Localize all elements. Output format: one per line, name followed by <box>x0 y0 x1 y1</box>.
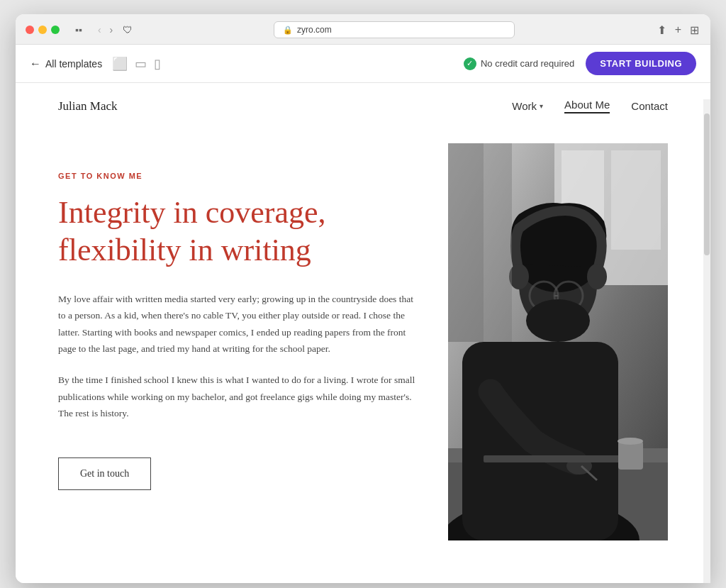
address-bar-container: 🔒 zyro.com <box>140 21 648 38</box>
close-button[interactable] <box>26 26 34 34</box>
all-templates-link[interactable]: ← All templates <box>30 57 102 70</box>
scrollbar[interactable] <box>703 99 710 583</box>
content-right <box>448 143 668 540</box>
content-left: GET TO KNOW ME Integrity in coverage, fl… <box>58 143 420 540</box>
headline-line1: Integrity in coverage, <box>58 195 326 230</box>
window-controls: ▪▪ <box>72 23 85 37</box>
back-arrow-icon[interactable]: ‹ <box>95 23 104 37</box>
url-text: zyro.com <box>297 25 332 35</box>
body-paragraph-2: By the time I finished school I knew thi… <box>58 372 420 422</box>
nav-arrows: ‹ › <box>95 23 116 37</box>
mobile-icon[interactable]: ▯ <box>154 56 161 72</box>
grid-icon[interactable]: ⊞ <box>688 22 700 38</box>
start-building-button[interactable]: START BUILDING <box>586 52 696 75</box>
minimize-button[interactable] <box>38 26 47 34</box>
profile-photo <box>448 143 668 540</box>
traffic-lights <box>26 26 60 34</box>
share-icon[interactable]: ⬆ <box>656 22 668 38</box>
sidebar-toggle-icon[interactable]: ▪▪ <box>72 23 85 37</box>
browser-window: ▪▪ ‹ › 🛡 🔒 zyro.com <box>16 14 710 583</box>
browser-chrome: ▪▪ ‹ › 🛡 🔒 zyro.com <box>16 14 710 45</box>
svg-rect-19 <box>618 441 643 470</box>
website-preview: Julian Mack Work ▾ About Me Contact <box>16 83 710 583</box>
nav-item-contact[interactable]: Contact <box>631 100 668 112</box>
new-tab-icon[interactable]: + <box>674 22 683 38</box>
headline: Integrity in coverage, flexibility in wr… <box>58 194 420 270</box>
tablet-icon[interactable]: ▭ <box>135 56 147 72</box>
work-dropdown-icon: ▾ <box>540 102 543 110</box>
check-icon: ✓ <box>464 57 476 70</box>
section-label: GET TO KNOW ME <box>58 172 420 180</box>
toolbar-right: ✓ No credit card required START BUILDING <box>464 52 696 75</box>
svg-rect-18 <box>484 455 625 462</box>
main-content: GET TO KNOW ME Integrity in coverage, fl… <box>16 129 710 583</box>
svg-point-10 <box>509 264 529 289</box>
photo-svg <box>448 143 668 540</box>
body-paragraph-1: My love affair with written media starte… <box>58 291 420 358</box>
all-templates-label: All templates <box>45 58 102 70</box>
security-icon: 🛡 <box>123 24 133 35</box>
about-label: About Me <box>564 99 610 111</box>
scrollbar-thumb[interactable] <box>704 113 710 255</box>
site-nav: Julian Mack Work ▾ About Me Contact <box>16 83 710 129</box>
no-credit-card-badge: ✓ No credit card required <box>464 57 574 70</box>
back-arrow-icon: ← <box>30 57 41 70</box>
lock-icon: 🔒 <box>283 26 293 35</box>
no-credit-card-label: No credit card required <box>481 58 574 69</box>
svg-rect-3 <box>611 150 661 250</box>
device-icons: ⬜ ▭ ▯ <box>112 56 161 72</box>
maximize-button[interactable] <box>51 26 60 34</box>
svg-point-11 <box>587 264 607 289</box>
site-logo: Julian Mack <box>58 99 118 113</box>
title-bar: ▪▪ ‹ › 🛡 🔒 zyro.com <box>16 14 710 44</box>
address-bar[interactable]: 🔒 zyro.com <box>274 21 515 38</box>
forward-arrow-icon[interactable]: › <box>107 23 116 37</box>
nav-item-work[interactable]: Work ▾ <box>512 100 543 112</box>
get-in-touch-button[interactable]: Get in touch <box>58 457 151 490</box>
work-label: Work <box>512 100 537 112</box>
toolbar-left: ← All templates ⬜ ▭ ▯ <box>30 56 161 72</box>
desktop-icon[interactable]: ⬜ <box>112 56 128 72</box>
toolbar: ← All templates ⬜ ▭ ▯ ✓ No credit card r… <box>16 45 710 83</box>
svg-point-20 <box>618 438 643 445</box>
svg-rect-22 <box>448 143 484 342</box>
contact-label: Contact <box>631 100 668 112</box>
headline-line2: flexibility in writing <box>58 233 311 267</box>
nav-item-about[interactable]: About Me <box>564 99 610 113</box>
svg-point-15 <box>526 299 590 342</box>
browser-actions: ⬆ + ⊞ <box>656 22 700 38</box>
site-menu: Work ▾ About Me Contact <box>512 99 668 113</box>
